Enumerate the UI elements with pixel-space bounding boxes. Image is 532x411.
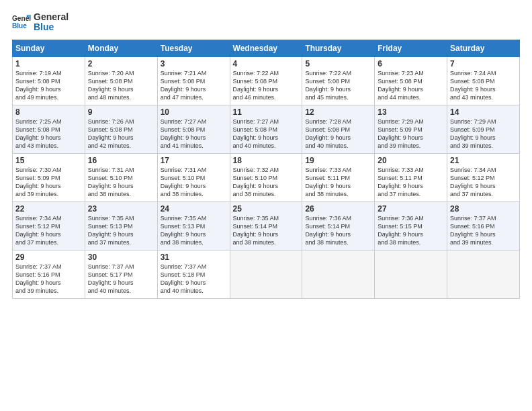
day-info: Sunrise: 7:35 AM Sunset: 5:14 PM Dayligh… — [233, 214, 300, 247]
day-number: 18 — [233, 156, 300, 165]
day-cell: 22Sunrise: 7:34 AM Sunset: 5:12 PM Dayli… — [13, 201, 85, 250]
logo-general: General — [34, 12, 69, 22]
day-cell: 6Sunrise: 7:23 AM Sunset: 5:08 PM Daylig… — [375, 56, 447, 105]
day-number: 22 — [15, 204, 82, 214]
day-number: 3 — [161, 59, 227, 68]
day-cell — [230, 250, 302, 298]
logo-blue: Blue — [34, 22, 69, 32]
day-cell: 15Sunrise: 7:30 AM Sunset: 5:09 PM Dayli… — [13, 153, 85, 201]
day-cell: 9Sunrise: 7:26 AM Sunset: 5:08 PM Daylig… — [85, 105, 157, 153]
day-number: 30 — [88, 253, 154, 262]
day-number: 14 — [450, 107, 517, 117]
day-info: Sunrise: 7:34 AM Sunset: 5:12 PM Dayligh… — [450, 166, 517, 199]
day-info: Sunrise: 7:19 AM Sunset: 5:08 PM Dayligh… — [15, 69, 82, 102]
day-info: Sunrise: 7:26 AM Sunset: 5:08 PM Dayligh… — [88, 118, 154, 150]
day-cell: 29Sunrise: 7:37 AM Sunset: 5:16 PM Dayli… — [13, 250, 85, 298]
day-cell: 12Sunrise: 7:28 AM Sunset: 5:08 PM Dayli… — [302, 105, 375, 153]
day-number: 20 — [378, 156, 444, 165]
day-number: 13 — [378, 107, 444, 117]
day-number: 27 — [378, 204, 444, 214]
day-number: 29 — [15, 253, 82, 262]
col-header-monday: Monday — [85, 40, 157, 56]
day-cell: 30Sunrise: 7:37 AM Sunset: 5:17 PM Dayli… — [85, 250, 157, 298]
day-info: Sunrise: 7:37 AM Sunset: 5:18 PM Dayligh… — [161, 263, 227, 295]
day-number: 28 — [450, 204, 517, 214]
day-info: Sunrise: 7:21 AM Sunset: 5:08 PM Dayligh… — [161, 69, 227, 102]
day-number: 23 — [88, 204, 154, 214]
day-number: 25 — [233, 204, 300, 214]
day-cell: 20Sunrise: 7:33 AM Sunset: 5:11 PM Dayli… — [375, 153, 447, 201]
day-cell: 1Sunrise: 7:19 AM Sunset: 5:08 PM Daylig… — [13, 56, 85, 105]
col-header-sunday: Sunday — [13, 40, 85, 56]
day-info: Sunrise: 7:31 AM Sunset: 5:10 PM Dayligh… — [161, 166, 227, 199]
day-cell: 26Sunrise: 7:36 AM Sunset: 5:14 PM Dayli… — [302, 201, 375, 250]
day-number: 1 — [15, 59, 82, 68]
day-cell: 25Sunrise: 7:35 AM Sunset: 5:14 PM Dayli… — [230, 201, 302, 250]
day-cell: 18Sunrise: 7:32 AM Sunset: 5:10 PM Dayli… — [230, 153, 302, 201]
day-cell: 17Sunrise: 7:31 AM Sunset: 5:10 PM Dayli… — [157, 153, 230, 201]
day-number: 7 — [450, 59, 517, 68]
day-cell: 31Sunrise: 7:37 AM Sunset: 5:18 PM Dayli… — [157, 250, 230, 298]
day-cell: 14Sunrise: 7:29 AM Sunset: 5:09 PM Dayli… — [447, 105, 520, 153]
day-number: 17 — [161, 156, 227, 165]
day-cell: 8Sunrise: 7:25 AM Sunset: 5:08 PM Daylig… — [13, 105, 85, 153]
day-info: Sunrise: 7:35 AM Sunset: 5:13 PM Dayligh… — [88, 214, 154, 247]
week-row-2: 8Sunrise: 7:25 AM Sunset: 5:08 PM Daylig… — [13, 105, 520, 153]
col-header-tuesday: Tuesday — [157, 40, 230, 56]
week-row-5: 29Sunrise: 7:37 AM Sunset: 5:16 PM Dayli… — [13, 250, 520, 298]
day-number: 10 — [161, 107, 227, 117]
day-info: Sunrise: 7:23 AM Sunset: 5:08 PM Dayligh… — [378, 69, 444, 102]
day-cell: 4Sunrise: 7:22 AM Sunset: 5:08 PM Daylig… — [230, 56, 302, 105]
day-info: Sunrise: 7:33 AM Sunset: 5:11 PM Dayligh… — [378, 166, 444, 199]
day-cell: 7Sunrise: 7:24 AM Sunset: 5:08 PM Daylig… — [447, 56, 520, 105]
day-cell: 5Sunrise: 7:22 AM Sunset: 5:08 PM Daylig… — [302, 56, 375, 105]
day-number: 15 — [15, 156, 82, 165]
col-header-thursday: Thursday — [302, 40, 375, 56]
day-cell — [302, 250, 375, 298]
day-info: Sunrise: 7:27 AM Sunset: 5:08 PM Dayligh… — [161, 118, 227, 150]
week-row-1: 1Sunrise: 7:19 AM Sunset: 5:08 PM Daylig… — [13, 56, 520, 105]
logo: General Blue General Blue — [12, 12, 69, 33]
day-cell: 27Sunrise: 7:36 AM Sunset: 5:15 PM Dayli… — [375, 201, 447, 250]
day-number: 26 — [305, 204, 371, 214]
week-row-4: 22Sunrise: 7:34 AM Sunset: 5:12 PM Dayli… — [13, 201, 520, 250]
day-info: Sunrise: 7:28 AM Sunset: 5:08 PM Dayligh… — [305, 118, 371, 150]
day-info: Sunrise: 7:22 AM Sunset: 5:08 PM Dayligh… — [305, 69, 371, 102]
day-info: Sunrise: 7:25 AM Sunset: 5:08 PM Dayligh… — [15, 118, 82, 150]
col-header-wednesday: Wednesday — [230, 40, 302, 56]
header-row: SundayMondayTuesdayWednesdayThursdayFrid… — [13, 40, 520, 56]
day-cell: 24Sunrise: 7:35 AM Sunset: 5:13 PM Dayli… — [157, 201, 230, 250]
day-number: 24 — [161, 204, 227, 214]
day-cell: 11Sunrise: 7:27 AM Sunset: 5:08 PM Dayli… — [230, 105, 302, 153]
day-info: Sunrise: 7:20 AM Sunset: 5:08 PM Dayligh… — [88, 69, 154, 102]
day-number: 31 — [161, 253, 227, 262]
day-info: Sunrise: 7:36 AM Sunset: 5:14 PM Dayligh… — [305, 214, 371, 247]
day-number: 11 — [233, 107, 300, 117]
day-cell: 19Sunrise: 7:33 AM Sunset: 5:11 PM Dayli… — [302, 153, 375, 201]
day-info: Sunrise: 7:31 AM Sunset: 5:10 PM Dayligh… — [88, 166, 154, 199]
day-number: 21 — [450, 156, 517, 165]
day-info: Sunrise: 7:22 AM Sunset: 5:08 PM Dayligh… — [233, 69, 300, 102]
day-info: Sunrise: 7:24 AM Sunset: 5:08 PM Dayligh… — [450, 69, 517, 102]
day-number: 8 — [15, 107, 82, 117]
day-info: Sunrise: 7:34 AM Sunset: 5:12 PM Dayligh… — [15, 214, 82, 247]
day-info: Sunrise: 7:30 AM Sunset: 5:09 PM Dayligh… — [15, 166, 82, 199]
week-row-3: 15Sunrise: 7:30 AM Sunset: 5:09 PM Dayli… — [13, 153, 520, 201]
day-cell: 21Sunrise: 7:34 AM Sunset: 5:12 PM Dayli… — [447, 153, 520, 201]
day-cell — [375, 250, 447, 298]
day-cell: 10Sunrise: 7:27 AM Sunset: 5:08 PM Dayli… — [157, 105, 230, 153]
day-number: 6 — [378, 59, 444, 68]
logo-icon: General Blue — [12, 13, 31, 32]
day-info: Sunrise: 7:35 AM Sunset: 5:13 PM Dayligh… — [161, 214, 227, 247]
day-info: Sunrise: 7:36 AM Sunset: 5:15 PM Dayligh… — [378, 214, 444, 247]
day-info: Sunrise: 7:32 AM Sunset: 5:10 PM Dayligh… — [233, 166, 300, 199]
day-info: Sunrise: 7:29 AM Sunset: 5:09 PM Dayligh… — [450, 118, 517, 150]
day-cell: 2Sunrise: 7:20 AM Sunset: 5:08 PM Daylig… — [85, 56, 157, 105]
day-number: 16 — [88, 156, 154, 165]
day-info: Sunrise: 7:29 AM Sunset: 5:09 PM Dayligh… — [378, 118, 444, 150]
day-number: 19 — [305, 156, 371, 165]
day-info: Sunrise: 7:37 AM Sunset: 5:17 PM Dayligh… — [88, 263, 154, 295]
day-number: 4 — [233, 59, 300, 68]
day-number: 9 — [88, 107, 154, 117]
day-info: Sunrise: 7:27 AM Sunset: 5:08 PM Dayligh… — [233, 118, 300, 150]
